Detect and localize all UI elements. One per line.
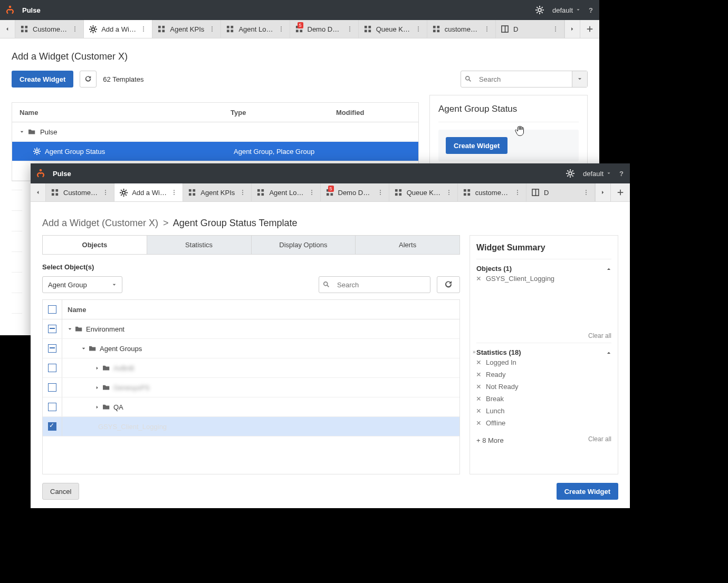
select-all-checkbox[interactable] — [48, 305, 56, 314]
tab-queue-kpis[interactable]: Queue KPIs — [359, 20, 427, 38]
expand-icon[interactable] — [95, 405, 100, 410]
wizard-tab-display-options[interactable]: Display Options — [251, 236, 356, 254]
tab-menu-icon[interactable] — [552, 25, 559, 33]
remove-icon[interactable] — [476, 360, 482, 365]
chip-label: GSYS_Client_Logging — [486, 275, 554, 283]
tab-demo-dashboard[interactable]: 5Demo Dashboard — [321, 183, 389, 201]
refresh-button[interactable] — [80, 71, 97, 88]
expand-icon[interactable] — [81, 346, 86, 351]
row-checkbox[interactable] — [48, 422, 56, 431]
tab-queue-kpis[interactable]: Queue KPIs — [389, 183, 458, 201]
col-name[interactable]: Name — [12, 109, 231, 116]
col-modified[interactable]: Modified — [336, 109, 418, 116]
col-name[interactable]: Name — [62, 306, 459, 314]
tab-menu-icon[interactable] — [171, 189, 177, 196]
help-icon[interactable]: ? — [619, 170, 624, 178]
tab-menu-icon[interactable] — [240, 189, 246, 196]
tab-menu-icon[interactable] — [514, 189, 521, 196]
tab-menu-icon[interactable] — [209, 25, 215, 33]
tab-agent-login-extended[interactable]: Agent Login Extended — [252, 183, 320, 201]
row-checkbox[interactable] — [48, 364, 56, 372]
help-icon[interactable]: ? — [589, 6, 593, 14]
tab-customer-x[interactable]: Customer X — [46, 183, 114, 201]
tab-d[interactable]: D — [526, 183, 595, 201]
tree-row[interactable]: GenesysPS — [43, 378, 459, 397]
tab-add-button[interactable] — [610, 183, 630, 201]
tree-row[interactable]: AvBnB — [43, 358, 459, 378]
clear-objects[interactable]: Clear all — [476, 332, 611, 339]
remove-icon[interactable] — [476, 384, 482, 390]
gear-icon[interactable] — [566, 169, 574, 178]
tab-menu-icon[interactable] — [278, 25, 284, 33]
tab-add-a-widget[interactable]: Add a Widget — [114, 183, 183, 201]
tab-demo-dashboard[interactable]: 5Demo Dashboard — [290, 20, 359, 38]
row-checkbox[interactable] — [48, 403, 56, 411]
tabs-scroll-left[interactable] — [31, 183, 46, 201]
tab-menu-icon[interactable] — [309, 189, 315, 196]
remove-icon[interactable] — [476, 396, 482, 402]
tab-add-a-widget[interactable]: Add a Widget — [84, 20, 152, 38]
panel-collapse-toggle[interactable]: » — [473, 349, 476, 355]
tab-menu-icon[interactable] — [446, 189, 452, 196]
tabs-scroll-left[interactable] — [0, 20, 15, 38]
wizard-tab-statistics[interactable]: Statistics — [147, 236, 251, 254]
row-checkbox[interactable] — [48, 383, 56, 392]
tab-agent-login-extended[interactable]: Agent Login Extended — [221, 20, 290, 38]
tab-menu-icon[interactable] — [102, 189, 109, 196]
tab-label: Customer X — [63, 189, 98, 197]
clear-stats[interactable]: Clear all — [588, 435, 611, 443]
expand-icon[interactable] — [95, 366, 100, 371]
tree-row[interactable]: Environment — [43, 319, 459, 339]
summary-chip: GSYS_Client_Logging — [476, 273, 611, 285]
remove-icon[interactable] — [476, 372, 482, 377]
table-row[interactable]: Agent Group StatusAgent Group, Place Gro… — [12, 142, 418, 161]
tab-add-button[interactable] — [580, 20, 599, 38]
breadcrumb-parent[interactable]: Add a Widget (Customer X) — [42, 218, 158, 228]
stats-more[interactable]: + 8 More — [476, 436, 504, 444]
tenant-selector[interactable]: default — [583, 170, 611, 178]
refresh-button[interactable] — [437, 276, 460, 293]
page-title: Add a Widget (Customer X) — [12, 51, 588, 62]
tab-menu-icon[interactable] — [415, 25, 422, 33]
create-widget-button[interactable]: Create Widget — [12, 71, 73, 88]
tab-menu-icon[interactable] — [140, 25, 147, 33]
table-row[interactable]: Pulse — [12, 122, 418, 142]
panel-create-widget-button[interactable]: Create Widget — [446, 137, 507, 154]
tab-customer-abc[interactable]: customer abc — [458, 183, 526, 201]
tabs-scroll-right[interactable] — [564, 20, 580, 38]
tab-agent-kpis[interactable]: Agent KPIs — [152, 20, 221, 38]
tenant-selector[interactable]: default — [552, 6, 580, 14]
tab-menu-icon[interactable] — [72, 25, 78, 33]
tree-row[interactable]: GSYS_Client_Logging — [43, 417, 459, 436]
tab-menu-icon[interactable] — [377, 189, 384, 196]
wizard-tab-objects[interactable]: Objects — [43, 236, 147, 254]
create-widget-button[interactable]: Create Widget — [557, 483, 618, 500]
remove-icon[interactable] — [476, 409, 482, 414]
col-type[interactable]: Type — [231, 109, 336, 116]
expand-icon[interactable] — [95, 385, 100, 390]
row-checkbox[interactable] — [48, 325, 56, 333]
wizard-tab-alerts[interactable]: Alerts — [355, 236, 459, 254]
tab-customer-x[interactable]: Customer X — [15, 20, 84, 38]
expand-icon[interactable] — [68, 327, 72, 332]
tab-agent-kpis[interactable]: Agent KPIs — [183, 183, 252, 201]
tree-row[interactable]: QA — [43, 397, 459, 417]
tab-customer-abc[interactable]: customer abc — [427, 20, 496, 38]
tab-d[interactable]: D — [496, 20, 564, 38]
remove-icon[interactable] — [476, 421, 482, 426]
tab-menu-icon[interactable] — [347, 25, 353, 33]
cancel-button[interactable]: Cancel — [42, 483, 79, 500]
object-type-dropdown[interactable]: Agent Group — [42, 276, 122, 293]
tabs-scroll-right[interactable] — [595, 183, 610, 201]
tab-menu-icon[interactable] — [484, 25, 490, 33]
gear-icon[interactable] — [535, 6, 544, 14]
tree-row[interactable]: Agent Groups — [43, 339, 459, 358]
search-dropdown[interactable] — [572, 71, 587, 87]
object-search-input[interactable] — [334, 281, 430, 289]
search-input[interactable] — [476, 71, 572, 87]
tab-menu-icon[interactable] — [583, 189, 589, 196]
objects-accordion[interactable]: Objects (1) — [476, 265, 611, 273]
statistics-accordion[interactable]: Statistics (18) — [476, 348, 611, 356]
remove-icon[interactable] — [476, 276, 482, 281]
row-checkbox[interactable] — [48, 344, 56, 353]
